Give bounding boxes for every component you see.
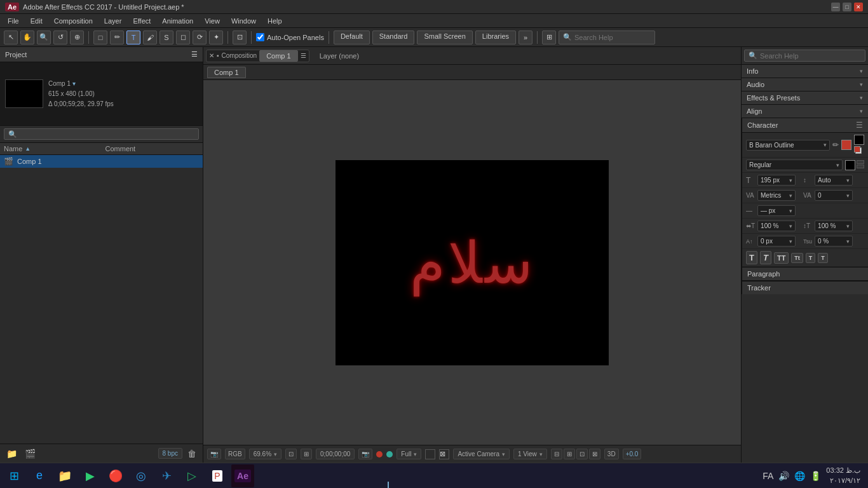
minimize-button[interactable]: —: [831, 3, 840, 11]
font-style-field[interactable]: Regular ▾: [746, 159, 843, 170]
menu-file[interactable]: File: [3, 16, 24, 26]
paragraph-header[interactable]: Paragraph: [742, 267, 868, 281]
new-comp-icon[interactable]: 🎬: [22, 447, 38, 460]
view-layout-btn3[interactable]: ⊡: [576, 449, 588, 459]
language-icon[interactable]: FA: [763, 471, 773, 481]
workspace-more[interactable]: »: [519, 30, 532, 44]
font-color-swatch[interactable]: [841, 140, 851, 150]
italic-button[interactable]: T: [760, 251, 771, 264]
zoom-dropdown[interactable]: 69.6% ▾: [249, 449, 281, 459]
view-dropdown[interactable]: 1 View ▾: [513, 449, 547, 459]
workspace-default[interactable]: Default: [334, 30, 370, 44]
kerning-field[interactable]: — px ▾: [757, 205, 796, 216]
menu-layer[interactable]: Layer: [99, 16, 127, 26]
workspace-small-screen[interactable]: Small Screen: [417, 30, 472, 44]
bpc-display[interactable]: 8 bpc: [158, 448, 182, 459]
comp-tab-name[interactable]: Comp 1: [259, 50, 298, 62]
brush-tool[interactable]: 🖌: [143, 30, 157, 44]
camera-orbit-tool[interactable]: ↺: [53, 30, 67, 44]
close-panel-icon[interactable]: ✕: [209, 52, 214, 59]
viewer-show-channel-btn[interactable]: RGB: [225, 449, 245, 459]
tsume-field[interactable]: 0 % ▾: [815, 236, 853, 247]
fit-btn[interactable]: ⊡: [285, 449, 297, 459]
list-item[interactable]: 🎬 Comp 1: [0, 155, 203, 168]
menu-help[interactable]: Help: [262, 16, 287, 26]
leading-field[interactable]: Auto ▾: [815, 175, 853, 186]
camera-capture-btn[interactable]: 📷: [358, 449, 372, 459]
hand-tool[interactable]: ✋: [20, 30, 34, 44]
text-tool[interactable]: T: [126, 30, 140, 44]
ie-button[interactable]: e: [28, 464, 51, 487]
delete-icon[interactable]: 🗑: [185, 447, 199, 460]
maximize-button[interactable]: □: [843, 3, 851, 11]
char-menu-icon[interactable]: ☰: [856, 121, 863, 130]
clone-tool[interactable]: S: [159, 30, 173, 44]
align-btn[interactable]: ⊡: [233, 30, 247, 44]
small-caps-button[interactable]: Tt: [791, 253, 803, 263]
comp-name-tab[interactable]: Comp 1: [207, 67, 246, 78]
menu-edit[interactable]: Edit: [25, 16, 48, 26]
playhead[interactable]: [388, 482, 389, 488]
menu-effect[interactable]: Effect: [128, 16, 156, 26]
search-help-box[interactable]: 🔍: [559, 30, 655, 44]
info-header[interactable]: Info ▾: [742, 65, 868, 78]
close-button[interactable]: ✕: [854, 3, 863, 11]
app3-button[interactable]: ▶: [79, 464, 102, 487]
timecode-display[interactable]: 0;00;00;00: [316, 449, 355, 459]
ae-taskbar-button[interactable]: Ae: [231, 464, 254, 487]
workspace-standard[interactable]: Standard: [372, 30, 415, 44]
start-button[interactable]: ⊞: [3, 464, 25, 487]
align-header[interactable]: Align ▾: [742, 105, 868, 118]
primary-color-swatch[interactable]: [854, 146, 860, 152]
rect-tool[interactable]: □: [93, 30, 107, 44]
search-help-input[interactable]: [574, 34, 651, 41]
3d-view-btn[interactable]: 3D: [604, 449, 619, 459]
media-button[interactable]: ▷: [180, 464, 203, 487]
sync-btn[interactable]: ⊞: [542, 30, 556, 44]
menu-animation[interactable]: Animation: [157, 16, 198, 26]
tracking-value-field[interactable]: 0 ▾: [815, 190, 853, 201]
menu-view[interactable]: View: [200, 16, 225, 26]
view-layout-btn2[interactable]: ⊞: [564, 449, 575, 459]
system-clock[interactable]: 03:32 ب.ظ ۲۰۱۷/۹/۱۲: [826, 466, 860, 485]
tracking-type-field[interactable]: Metrics ▾: [757, 190, 796, 201]
font-edit-icon[interactable]: ✏: [832, 140, 839, 149]
search-help-panel[interactable]: 🔍: [744, 50, 865, 62]
bold-button[interactable]: T: [746, 251, 757, 264]
puppet-tool[interactable]: ✦: [209, 30, 223, 44]
selection-tool[interactable]: ↖: [4, 30, 18, 44]
col-comment[interactable]: Comment: [102, 143, 203, 154]
sound-icon[interactable]: 🔊: [778, 471, 789, 481]
app4-button[interactable]: 🔴: [104, 464, 127, 487]
auto-open-checkbox[interactable]: [256, 33, 264, 41]
viewer-snapshot-btn[interactable]: 📷: [207, 449, 221, 459]
menu-window[interactable]: Window: [226, 16, 261, 26]
stroke-color-swatch[interactable]: [845, 160, 855, 170]
color-indicator[interactable]: [376, 451, 383, 458]
network-icon[interactable]: 🌐: [794, 471, 805, 481]
zoom-tool[interactable]: 🔍: [37, 30, 51, 44]
stroke-btn1[interactable]: [857, 160, 864, 164]
superscript-button[interactable]: T: [806, 253, 816, 263]
resolution-dropdown[interactable]: Full ▾: [397, 449, 421, 459]
col-name[interactable]: Name ▲: [0, 143, 102, 154]
transparency-btn[interactable]: ⊠: [439, 449, 449, 459]
vert-scale-field[interactable]: 100 % ▾: [815, 220, 853, 231]
new-folder-icon[interactable]: 📁: [4, 447, 20, 460]
view-layout-btn4[interactable]: ⊠: [589, 449, 600, 459]
baseline-field[interactable]: 0 px ▾: [757, 236, 796, 247]
time-offset-btn[interactable]: +0.0: [623, 449, 642, 459]
tracker-header[interactable]: Tracker: [742, 281, 868, 294]
app5-button[interactable]: ◎: [130, 464, 153, 487]
effects-presets-header[interactable]: Effects & Presets ▾: [742, 92, 868, 104]
grid-btn[interactable]: ⊞: [301, 449, 312, 459]
panel-menu-icon[interactable]: ▪: [217, 52, 219, 59]
panel-options-icon[interactable]: ☰: [301, 52, 306, 59]
stroke-btn2[interactable]: [857, 165, 864, 168]
explorer-button[interactable]: 📁: [53, 464, 76, 487]
camera-dropdown[interactable]: Active Camera ▾: [453, 449, 510, 459]
font-size-field[interactable]: 195 px ▾: [757, 175, 796, 186]
app7-button[interactable]: P: [206, 464, 229, 487]
battery-icon[interactable]: 🔋: [810, 471, 821, 481]
eraser-tool[interactable]: ◻: [176, 30, 190, 44]
